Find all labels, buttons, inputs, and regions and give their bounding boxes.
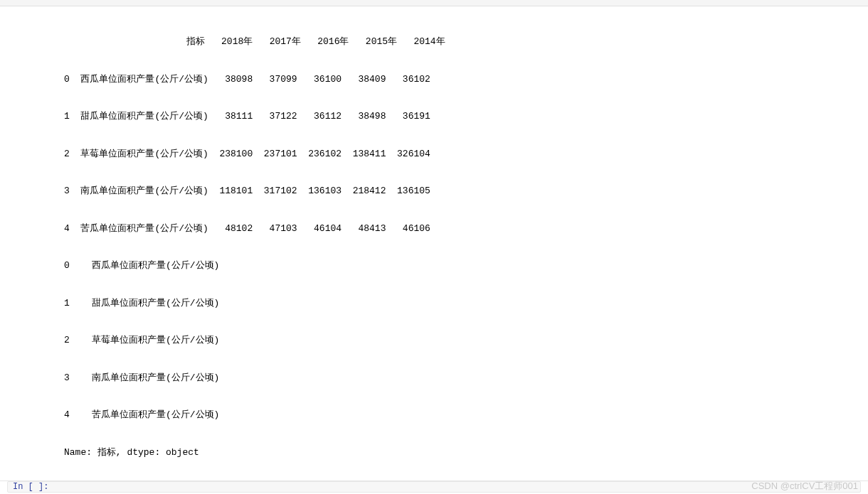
cell-output: 指标 2018年 2017年 2016年 2015年 2014年 0 西瓜单位面… (0, 6, 868, 494)
df-header: 指标 2018年 2017年 2016年 2015年 2014年 (64, 36, 868, 48)
df-row: 1 甜瓜单位面积产量(公斤/公顷) 38111 37122 36112 3849… (64, 110, 868, 123)
series-row: 4 苦瓜单位面积产量(公斤/公顷) (64, 409, 868, 421)
watermark: CSDN @ctrlCV工程师001 (751, 480, 858, 493)
cell-prompt: In [ ]: (13, 482, 48, 492)
df-row: 0 西瓜单位面积产量(公斤/公顷) 38098 37099 36100 3840… (64, 73, 868, 86)
df-row: 4 苦瓜单位面积产量(公斤/公顷) 48102 47103 46104 4841… (64, 222, 868, 235)
series-row: 0 西瓜单位面积产量(公斤/公顷) (64, 259, 868, 272)
series-row: 1 甜瓜单位面积产量(公斤/公顷) (64, 297, 868, 310)
df-row: 3 南瓜单位面积产量(公斤/公顷) 118101 317102 136103 2… (64, 185, 868, 198)
series-row: 2 草莓单位面积产量(公斤/公顷) (64, 334, 868, 347)
empty-code-cell[interactable] (7, 481, 861, 493)
dataframe-print: 指标 2018年 2017年 2016年 2015年 2014年 0 西瓜单位面… (64, 11, 868, 494)
notebook-toolbar-edge (0, 0, 868, 6)
series-footer: Name: 指标, dtype: object (64, 446, 868, 459)
df-row: 2 草莓单位面积产量(公斤/公顷) 238100 237101 236102 1… (64, 148, 868, 161)
series-row: 3 南瓜单位面积产量(公斤/公顷) (64, 372, 868, 385)
